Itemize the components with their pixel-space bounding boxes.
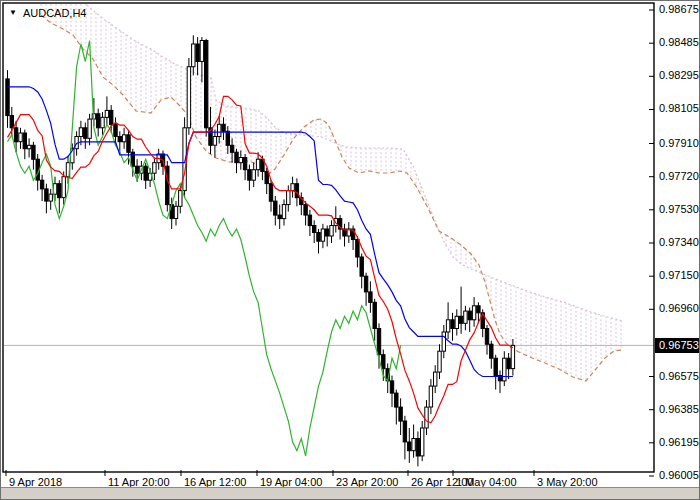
candle-body [248,170,251,181]
candle-body [429,386,432,407]
candle-body [494,358,497,376]
candle-body [364,276,367,292]
price-tick-label: 0.97150 [659,269,699,281]
candle-body [19,133,22,142]
candle-body [79,128,82,137]
candle-body [403,421,406,442]
symbol-period-label[interactable]: ▼ AUDCAD,H4 [9,7,87,19]
candle-body [118,137,121,142]
price-tick-label: 0.97910 [659,137,699,149]
candle-body [84,128,87,139]
candle-body [192,44,195,67]
candle-body [459,316,462,323]
candle-body [308,215,311,226]
candle-body [321,229,324,241]
candle-body [408,442,411,451]
current-price-box: 0.96753 [655,338,700,353]
candle-body [326,229,329,236]
candle-body [265,171,268,183]
candle-body [282,205,285,219]
candle-body [485,329,488,345]
candle-body [455,316,458,328]
candle-body [174,206,177,218]
candle-body [179,191,182,207]
candle-body [390,381,393,393]
candle-body [222,124,225,131]
candle-body [395,393,398,407]
candle-body [122,135,125,142]
candle-body [382,355,385,369]
candle-body [416,439,419,457]
candle-body [464,311,467,323]
candle-body [472,306,475,320]
candle-body [490,344,493,358]
candle-body [32,145,35,159]
candle-body [446,320,449,332]
candle-body [313,226,316,233]
candle-body [511,345,514,368]
price-tick-label: 0.96195 [659,436,699,448]
candle-body [451,320,454,329]
candle-body [97,114,100,128]
candle-body [330,226,333,237]
candle-body [10,116,13,128]
candle-body [278,215,281,219]
candle-body [421,428,424,456]
candle-body [243,158,246,170]
symbol-label-text: AUDCAD,H4 [23,7,87,19]
candle-body [213,137,216,146]
price-tick-label: 0.98485 [659,36,699,48]
candle-body [468,311,471,320]
candle-body [40,180,43,189]
candle-body [252,170,255,181]
candle-body [58,184,61,198]
candle-body [14,128,17,142]
candle-body [295,184,298,198]
candle-body [187,67,190,128]
candle-body [425,407,428,428]
candle-body [23,133,26,149]
candle-body [235,152,238,163]
candle-body [503,358,506,381]
candle-body [230,145,233,152]
chart-canvas[interactable] [1,1,700,500]
candle-body [360,257,363,276]
candle-body [287,191,290,205]
candle-body [304,205,307,216]
candle-body [200,41,203,62]
candle-body [62,177,65,198]
price-tick-label: 0.96005 [659,469,699,481]
candle-body [269,184,272,202]
candle-body [153,163,156,174]
candle-body [256,159,259,170]
candle-body [369,292,372,303]
candle-body [434,372,437,386]
price-tick-label: 0.97720 [659,170,699,182]
candle-body [101,117,104,128]
dropdown-arrow-icon: ▼ [9,9,17,17]
candle-body [218,124,221,136]
candle-body [373,302,376,328]
price-tick-label: 0.96575 [659,370,699,382]
candle-body [114,124,117,136]
candle-body [127,135,130,153]
candle-body [144,166,147,180]
candle-body [274,201,277,215]
price-tick-label: 0.98675 [659,3,699,15]
price-tick-label: 0.97530 [659,203,699,215]
candle-body [412,439,415,451]
candle-body [507,358,510,369]
candle-body [205,41,208,128]
candle-body [105,110,108,117]
candle-body [477,306,480,313]
candle-body [226,131,229,145]
candle-body [399,407,402,421]
candle-body [110,110,113,124]
candle-body [239,158,242,163]
candle-body [377,329,380,355]
price-tick-label: 0.98105 [659,102,699,114]
candle-body [27,145,30,149]
candle-body [291,184,294,191]
price-tick-label: 0.96385 [659,403,699,415]
candle-body [438,351,441,372]
